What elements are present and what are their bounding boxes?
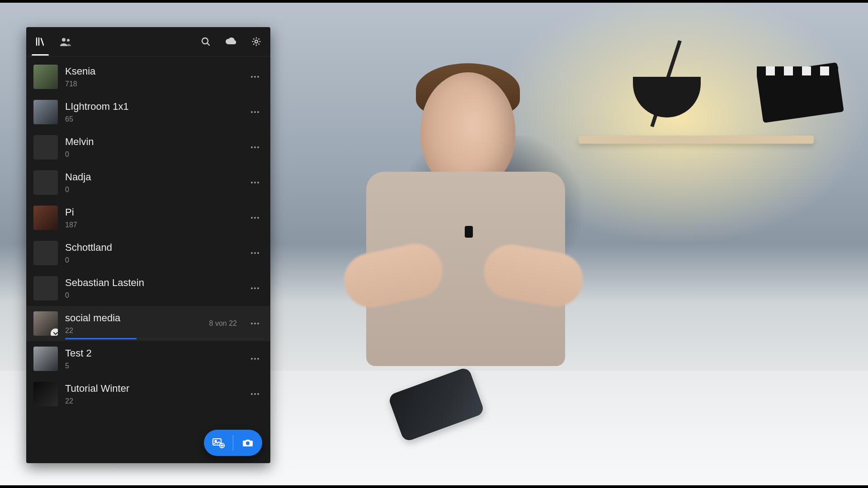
svg-point-11 <box>254 146 256 148</box>
svg-point-24 <box>257 287 259 289</box>
svg-point-32 <box>254 393 256 395</box>
album-thumb <box>33 100 58 124</box>
cloud-icon <box>225 36 237 47</box>
svg-point-21 <box>257 252 259 254</box>
svg-point-12 <box>257 146 259 148</box>
album-more-button[interactable] <box>247 386 263 402</box>
album-count: 22 <box>65 397 240 405</box>
svg-point-30 <box>257 358 259 360</box>
svg-point-17 <box>254 217 256 219</box>
album-count: 718 <box>65 80 240 88</box>
letterbox-top <box>0 0 868 3</box>
svg-point-13 <box>251 182 253 183</box>
album-thumb <box>33 347 58 371</box>
album-row[interactable]: social media228 von 22 <box>26 306 270 341</box>
album-meta: social media22 <box>65 312 202 335</box>
svg-point-28 <box>251 358 253 360</box>
album-thumb <box>33 65 58 89</box>
album-name: Pi <box>65 206 240 218</box>
album-row[interactable]: Pi187 <box>26 200 270 235</box>
album-more-button[interactable] <box>247 315 263 332</box>
more-icon <box>250 354 260 364</box>
album-more-button[interactable] <box>247 104 263 120</box>
album-meta: Ksenia718 <box>65 66 240 88</box>
sync-status: 8 von 22 <box>209 319 240 328</box>
svg-point-26 <box>254 323 256 324</box>
more-icon <box>250 107 260 117</box>
album-more-button[interactable] <box>247 280 263 296</box>
settings-button[interactable] <box>249 34 264 49</box>
album-count: 22 <box>65 327 202 335</box>
album-thumb <box>33 135 58 160</box>
library-icon <box>35 36 46 47</box>
svg-point-1 <box>67 39 70 42</box>
album-name: social media <box>65 312 202 324</box>
presenter <box>348 59 583 402</box>
svg-point-35 <box>215 440 216 441</box>
camera-button[interactable] <box>233 430 262 456</box>
svg-point-16 <box>251 217 253 219</box>
album-row[interactable]: Melvin0 <box>26 130 270 165</box>
svg-point-31 <box>251 393 253 395</box>
album-row[interactable]: LIghtroom 1x165 <box>26 94 270 130</box>
app-panel: Ksenia718LIghtroom 1x165Melvin0Nadja0Pi1… <box>26 27 270 463</box>
svg-point-29 <box>254 358 256 360</box>
album-list[interactable]: Ksenia718LIghtroom 1x165Melvin0Nadja0Pi1… <box>26 56 270 463</box>
cloud-sync-button[interactable] <box>223 34 239 49</box>
album-row[interactable]: Test 25 <box>26 341 270 376</box>
album-more-button[interactable] <box>247 174 263 191</box>
svg-point-25 <box>251 323 253 324</box>
svg-point-18 <box>257 217 259 219</box>
album-meta: Schottland0 <box>65 242 240 264</box>
tab-library[interactable] <box>33 34 48 49</box>
album-row[interactable]: Ksenia718 <box>26 59 270 94</box>
letterbox-bottom <box>0 485 868 488</box>
album-name: Sebastian Lastein <box>65 277 240 289</box>
album-count: 65 <box>65 115 240 123</box>
svg-point-27 <box>257 323 259 324</box>
svg-point-3 <box>255 40 258 43</box>
album-thumb <box>33 170 58 195</box>
album-more-button[interactable] <box>247 351 263 367</box>
album-more-button[interactable] <box>247 139 263 155</box>
top-actions <box>198 34 264 49</box>
search-icon <box>200 36 211 47</box>
svg-point-6 <box>257 76 259 78</box>
lamp-decor <box>624 27 750 145</box>
album-meta: Test 25 <box>65 347 240 370</box>
import-button[interactable] <box>204 430 233 456</box>
album-name: Tutorial Winter <box>65 383 240 394</box>
album-row[interactable]: Sebastian Lastein0 <box>26 271 270 306</box>
album-count: 0 <box>65 291 240 300</box>
album-meta: Pi187 <box>65 206 240 229</box>
tab-shared[interactable] <box>58 34 73 49</box>
svg-point-22 <box>251 287 253 289</box>
album-row[interactable]: Tutorial Winter22 <box>26 376 270 412</box>
image-add-icon <box>212 437 225 448</box>
album-more-button[interactable] <box>247 245 263 261</box>
album-name: Melvin <box>65 136 240 148</box>
album-name: Test 2 <box>65 347 240 359</box>
stage: Ksenia718LIghtroom 1x165Melvin0Nadja0Pi1… <box>0 0 868 488</box>
more-icon <box>250 248 260 258</box>
tabs <box>33 34 73 49</box>
album-meta: Tutorial Winter22 <box>65 383 240 405</box>
album-count: 187 <box>65 221 240 229</box>
album-row[interactable]: Schottland0 <box>26 235 270 271</box>
search-button[interactable] <box>198 34 213 49</box>
more-icon <box>250 283 260 293</box>
chevron-down-icon <box>52 330 58 336</box>
camera-icon <box>242 437 254 448</box>
svg-point-9 <box>257 111 259 113</box>
album-meta: Melvin0 <box>65 136 240 159</box>
album-more-button[interactable] <box>247 210 263 226</box>
svg-point-33 <box>257 393 259 395</box>
album-row[interactable]: Nadja0 <box>26 165 270 200</box>
more-icon <box>250 178 260 188</box>
album-thumb <box>33 276 58 300</box>
svg-point-19 <box>251 252 253 254</box>
svg-point-0 <box>62 38 66 42</box>
sync-progress <box>65 338 263 339</box>
svg-point-10 <box>251 146 253 148</box>
album-more-button[interactable] <box>247 69 263 85</box>
